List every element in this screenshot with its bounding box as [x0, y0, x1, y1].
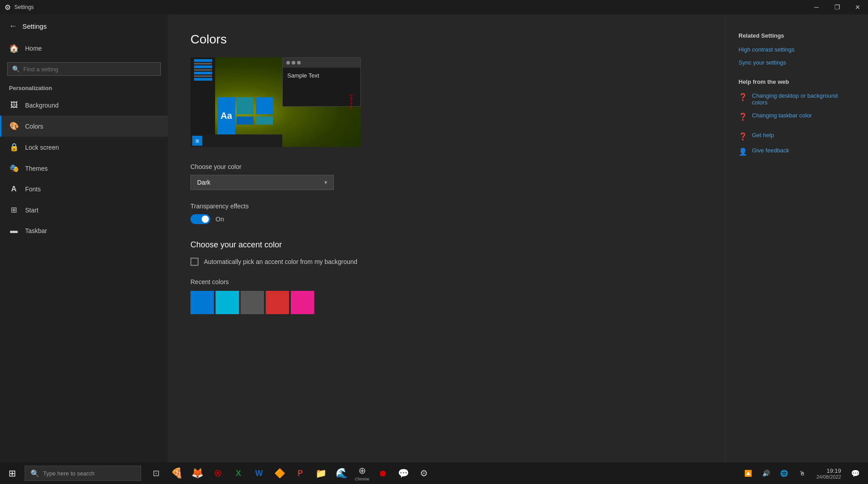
give-feedback-row[interactable]: 👤 Give feedback: [738, 147, 855, 156]
preview-dot-1: [286, 61, 290, 65]
main-content: Colors Aa: [168, 14, 725, 484]
sidebar-item-fonts[interactable]: A Fonts: [0, 179, 168, 199]
sidebar-item-label-background: Background: [25, 102, 59, 109]
give-feedback-label: Give feedback: [752, 147, 789, 154]
edge-icon: 🌊: [336, 467, 348, 479]
search-input[interactable]: [23, 66, 156, 73]
color-swatch-red[interactable]: [266, 291, 289, 314]
fonts-icon: A: [9, 185, 19, 194]
app-container: ← Settings 🏠 Home 🔍 Personalization 🖼 Ba…: [0, 0, 868, 484]
taskbar-icon-files[interactable]: 📁: [311, 462, 331, 484]
preview-window-titlebar: [283, 58, 360, 68]
taskbar-icon-firefox[interactable]: 🦊: [187, 462, 207, 484]
taskbar-icon-teams[interactable]: 💬: [393, 462, 414, 484]
taskbar-icon-chrome[interactable]: ⊕ Chrome: [352, 462, 372, 484]
help-link-taskbar-color[interactable]: ❓ Changing taskbar color: [738, 112, 855, 121]
taskbar-icon-task-view[interactable]: ⊡: [146, 462, 166, 484]
taskbar-icon-app2[interactable]: ⊗: [207, 462, 228, 484]
color-swatch-gray[interactable]: [241, 291, 264, 314]
task-view-icon: ⊡: [153, 468, 160, 478]
title-bar-title: Settings: [14, 4, 34, 10]
sidebar-item-home[interactable]: 🏠 Home: [0, 38, 168, 59]
taskbar-volume-icon[interactable]: 🔊: [758, 462, 774, 484]
taskbar-icon-vlc[interactable]: 🔶: [269, 462, 290, 484]
preview-side-item-3: [194, 65, 212, 68]
firefox-icon: 🦊: [191, 467, 203, 479]
transparency-toggle-row: On: [190, 214, 702, 224]
home-icon: 🏠: [9, 43, 19, 53]
taskbar-icon-obs[interactable]: ⏺: [372, 462, 393, 484]
preview-start-btn: ⊞: [192, 136, 202, 146]
taskbar-icon-excel[interactable]: X: [228, 462, 249, 484]
related-link-high-contrast[interactable]: High contrast settings: [738, 46, 855, 53]
home-label: Home: [25, 45, 42, 52]
auto-pick-row: Automatically pick an accent color from …: [190, 258, 702, 266]
chrome-icon: ⊕: [358, 465, 366, 476]
sidebar: ← Settings 🏠 Home 🔍 Personalization 🖼 Ba…: [0, 14, 168, 484]
color-swatch-cyan[interactable]: [216, 291, 239, 314]
taskbar-input-icon[interactable]: 🖱: [794, 462, 810, 484]
notification-button[interactable]: 💬: [847, 462, 864, 484]
help-link-taskbar-label: Changing taskbar color: [752, 112, 812, 119]
transparency-toggle[interactable]: [190, 214, 210, 224]
taskbar-search[interactable]: 🔍 Type here to search: [25, 466, 141, 481]
auto-pick-checkbox[interactable]: [190, 258, 199, 266]
give-feedback-icon: 👤: [738, 147, 747, 156]
sidebar-item-lock-screen[interactable]: 🔒 Lock screen: [0, 137, 168, 158]
minimize-button[interactable]: ─: [806, 0, 827, 14]
sidebar-item-start[interactable]: ⊞ Start: [0, 199, 168, 220]
taskbar-chevron-icon[interactable]: 🔼: [740, 462, 756, 484]
taskbar-icon-emoji[interactable]: 🍕: [166, 462, 187, 484]
sidebar-item-themes[interactable]: 🎭 Themes: [0, 158, 168, 179]
sidebar-item-background[interactable]: 🖼 Background: [0, 95, 168, 116]
taskbar-icon-nav: ▬: [9, 226, 19, 235]
taskbar-icon-word[interactable]: W: [249, 462, 269, 484]
colors-icon: 🎨: [9, 121, 19, 131]
taskbar-clock[interactable]: 19:19 24/08/2022: [812, 467, 846, 480]
color-swatch-pink[interactable]: [291, 291, 314, 314]
preview-side-item-6: [194, 75, 212, 77]
preview-dot-3: [297, 61, 301, 65]
accent-color-title: Choose your accent color: [190, 240, 702, 250]
title-bar-left: ⚙ Settings: [0, 3, 34, 12]
preview-side-bar: [190, 57, 215, 134]
color-dropdown[interactable]: Dark ▾: [190, 175, 334, 190]
vlc-icon: 🔶: [274, 468, 285, 479]
help-section-title: Help from the web: [738, 78, 855, 85]
maximize-button[interactable]: ❐: [827, 0, 847, 14]
taskbar-search-text: Type here to search: [43, 470, 95, 477]
color-swatches: [190, 291, 702, 314]
sidebar-header: ← Settings: [0, 14, 168, 38]
preview-side-item-7: [194, 78, 212, 81]
taskbar-icon-ppt[interactable]: P: [290, 462, 311, 484]
preview-tile-5: [256, 117, 273, 125]
sidebar-item-taskbar[interactable]: ▬ Taskbar: [0, 220, 168, 241]
search-icon: 🔍: [12, 65, 20, 73]
help-link-desktop-label: Changing desktop or background colors: [752, 92, 855, 106]
excel-icon: X: [236, 469, 241, 478]
preview-dot-2: [292, 61, 295, 65]
taskbar-network-icon[interactable]: 🌐: [776, 462, 792, 484]
settings-taskbar-icon: ⚙: [420, 468, 428, 479]
get-help-row[interactable]: ❓ Get help: [738, 132, 855, 141]
app-icon: ⚙: [4, 3, 11, 12]
emoji-icon: 🍕: [171, 467, 183, 479]
help-link-desktop-colors[interactable]: ❓ Changing desktop or background colors: [738, 92, 855, 106]
close-button[interactable]: ✕: [847, 0, 868, 14]
back-button[interactable]: ←: [9, 22, 17, 31]
sidebar-item-label-start: Start: [25, 207, 39, 214]
preview-container: Aa Sample Text ⊞ Lenovo: [190, 57, 361, 147]
sidebar-item-colors[interactable]: 🎨 Colors: [0, 116, 168, 137]
related-link-sync[interactable]: Sync your settings: [738, 59, 855, 66]
start-button[interactable]: ⊞: [0, 462, 25, 484]
ppt-icon: P: [298, 469, 303, 478]
taskbar-icon-edge[interactable]: 🌊: [331, 462, 352, 484]
preview-side-item-2: [194, 63, 212, 65]
preview-sample-text: Sample Text: [283, 68, 360, 83]
preview-lenovo-label: Lenovo: [349, 95, 353, 110]
preview-side-item-5: [194, 72, 212, 74]
taskbar-icon-settings[interactable]: ⚙: [414, 462, 434, 484]
color-swatch-blue[interactable]: [190, 291, 214, 314]
search-box[interactable]: 🔍: [7, 62, 161, 76]
personalization-section-label: Personalization: [0, 79, 168, 95]
